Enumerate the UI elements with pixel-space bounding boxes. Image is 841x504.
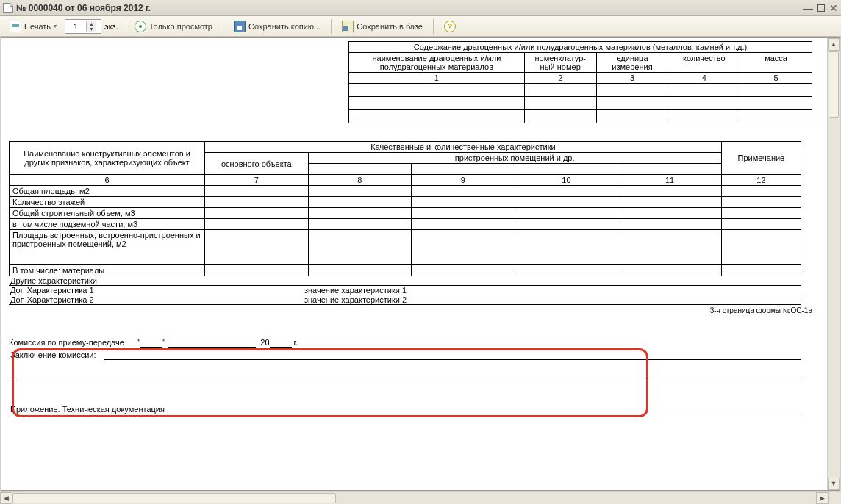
print-button[interactable]: Печать ▾ [4, 18, 62, 35]
t2-blank [515, 164, 618, 175]
copies-input[interactable] [65, 21, 86, 32]
window-title: № 0000040 от 06 ноября 2012 г. [16, 3, 151, 13]
commission-year20: 20 [260, 338, 269, 347]
other-label: Другие характеристики [9, 276, 801, 286]
window: № 0000040 от 06 ноября 2012 г. — ✕ Печат… [0, 0, 841, 504]
close-button[interactable]: ✕ [829, 2, 838, 14]
commission-day-blank [140, 338, 162, 348]
save-db-icon [342, 21, 354, 32]
document-icon [3, 3, 13, 13]
t2-n10: 10 [515, 175, 618, 186]
extra-row2-name: Доп Характеристика 2 [9, 295, 303, 305]
t2-col-right: Примечание [721, 142, 801, 175]
print-label: Печать [24, 22, 51, 31]
table-row [349, 97, 812, 110]
t2-n6: 6 [10, 175, 205, 186]
copies-up[interactable]: ▲ [86, 21, 96, 26]
attachment-block: Приложение. Техническая документация [9, 405, 801, 414]
extra-row1-name: Доп Характеристика 1 [9, 286, 303, 295]
save-db-label: Сохранить в базе [357, 22, 423, 31]
scroll-left-button[interactable]: ◀ [0, 492, 12, 504]
table-row: Общий строительный объем, м3 [10, 208, 801, 219]
save-copy-label: Сохранить копию... [248, 22, 321, 31]
commission-month-blank [168, 338, 256, 348]
t1-col4: количество [668, 53, 740, 73]
extra-row1-value: значение характеристики 1 [303, 286, 801, 295]
commission-prefix: Комиссия по приему-передаче [9, 338, 124, 347]
copies-stepper[interactable]: ▲ ▼ [65, 19, 101, 34]
attachment-label: Приложение. Техническая документация [9, 405, 801, 414]
save-icon [234, 21, 246, 32]
toolbar: Печать ▾ ▲ ▼ экз. Только просмотр Сохран… [0, 16, 841, 37]
scroll-right-button[interactable]: ▶ [816, 492, 829, 504]
t2-n7: 7 [205, 175, 309, 186]
t1-n2: 2 [524, 73, 596, 84]
table-row [349, 110, 812, 123]
t1-col5: масса [740, 53, 812, 73]
hscroll-track[interactable] [12, 492, 816, 504]
t1-n4: 4 [668, 73, 740, 84]
precious-materials-table: Содержание драгоценных и/или полудрагоце… [348, 41, 812, 123]
toolbar-separator [223, 19, 223, 34]
titlebar: № 0000040 от 06 ноября 2012 г. — ✕ [0, 0, 841, 16]
window-controls: — ✕ [803, 2, 838, 14]
preview-toggle[interactable]: Только просмотр [129, 18, 218, 35]
table-row [349, 84, 812, 97]
commission-conclusion-blank [104, 350, 801, 360]
vertical-scrollbar[interactable]: ▲ ▼ [827, 38, 840, 490]
table-row: Общая площадь, м2 [10, 186, 801, 197]
save-copy-button[interactable]: Сохранить копию... [229, 18, 326, 35]
document-viewport[interactable]: Содержание драгоценных и/или полудрагоце… [1, 38, 827, 490]
scrollbar-corner [829, 492, 841, 504]
t2-col-mid: Качественные и количественные характерис… [205, 142, 722, 153]
table-row: Количество этажей [10, 197, 801, 208]
table-row: Площадь встроенных, встроенно-пристроенн… [10, 230, 801, 265]
commission-year-blank [270, 338, 292, 348]
extra-row2-value: значение характеристики 2 [303, 295, 801, 305]
commission-block: Комиссия по приему-передаче " " 20 г. За… [9, 338, 820, 381]
copies-down[interactable]: ▼ [86, 26, 96, 32]
t2-n11: 11 [618, 175, 722, 186]
t1-col1: наименование драгоценных и/или полудраго… [349, 53, 525, 73]
t2-n8: 8 [308, 175, 412, 186]
print-icon [10, 21, 21, 32]
vscroll-thumb[interactable] [829, 51, 839, 118]
t1-n5: 5 [740, 73, 812, 84]
table-row: В том числе: материалы [10, 265, 801, 276]
t1-header: Содержание драгоценных и/или полудрагоце… [349, 42, 812, 53]
t2-sub2: пристроенных помещений и др. [308, 153, 721, 164]
t2-blank [308, 164, 412, 175]
t2-blank [412, 164, 515, 175]
other-characteristics: Другие характеристики Доп Характеристика… [9, 276, 801, 305]
preview-label: Только просмотр [149, 22, 212, 31]
scroll-up-button[interactable]: ▲ [828, 38, 840, 51]
toolbar-separator [433, 19, 434, 34]
t2-blank [618, 164, 722, 175]
commission-line2: Заключение комиссии: [9, 350, 104, 360]
t2-n12: 12 [721, 175, 801, 186]
hscroll-thumb[interactable] [12, 493, 336, 503]
characteristics-table: Наименование конструктивных элементов и … [9, 141, 801, 276]
commission-quote: " [162, 338, 165, 347]
maximize-button[interactable] [817, 2, 825, 14]
page-note: 3-я страница формы №ОС-1а [9, 306, 812, 314]
t2-sub1: основного объекта [205, 153, 309, 175]
help-button[interactable]: ? [439, 18, 461, 35]
toolbar-separator [331, 19, 332, 34]
commission-year-suffix: г. [294, 338, 298, 347]
minimize-button[interactable]: — [803, 2, 813, 14]
t1-n3: 3 [596, 73, 668, 84]
t1-n1: 1 [349, 73, 525, 84]
t1-col3: единица измерения [596, 53, 668, 73]
t2-n9: 9 [412, 175, 515, 186]
table-row: в том числе подземной части, м3 [10, 219, 801, 230]
toolbar-separator [124, 19, 124, 34]
t2-col-left: Наименование конструктивных элементов и … [10, 142, 205, 175]
horizontal-scrollbar[interactable]: ◀ ▶ [0, 492, 841, 504]
commission-blank-line [9, 372, 801, 381]
save-db-button[interactable]: Сохранить в базе [337, 18, 428, 35]
eye-icon [135, 21, 146, 32]
content-area: Содержание драгоценных и/или полудрагоце… [1, 37, 840, 491]
scroll-down-button[interactable]: ▼ [828, 478, 840, 490]
help-icon: ? [444, 21, 456, 32]
